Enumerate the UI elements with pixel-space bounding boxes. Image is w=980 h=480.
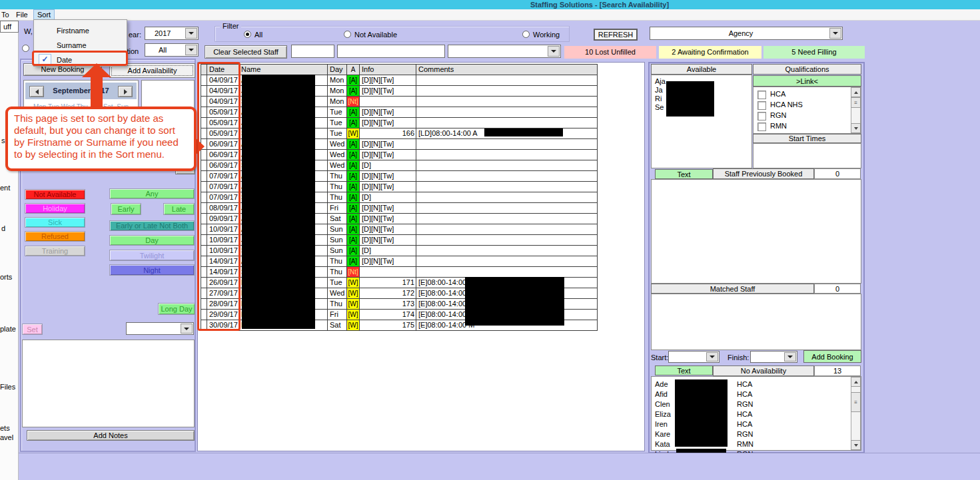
radio-not-available[interactable] (344, 31, 351, 38)
menu-item-file[interactable]: File (13, 9, 31, 21)
chevron-down-icon[interactable] (548, 46, 560, 57)
checkbox-icon[interactable] (757, 101, 766, 110)
cell-info: [D] (360, 160, 416, 171)
col-header-comments[interactable]: Comments (416, 65, 598, 75)
sidebar-fragment-staff: uff (0, 21, 19, 33)
cell-day: Sun (328, 224, 347, 235)
not-available-button[interactable]: Not Available (25, 189, 85, 200)
text-button[interactable]: Text (655, 169, 713, 179)
scrollbar-thumb[interactable]: ≡ (851, 392, 861, 412)
text-button-2[interactable]: Text (655, 365, 713, 375)
cell-day: Wed (328, 150, 347, 160)
scroll-down-icon[interactable] (851, 123, 861, 133)
checkbox-icon[interactable] (757, 122, 766, 131)
template-dropdown[interactable] (126, 322, 194, 335)
scrollbar-thumb[interactable]: ≡ (851, 97, 861, 108)
col-header-a[interactable]: A (347, 65, 360, 75)
filter-legend: Filter (220, 22, 241, 30)
any-shift-button[interactable]: Any (109, 188, 195, 199)
application-window: uff s ent d orts plate Files ets avel St… (0, 0, 980, 480)
staff-name: Kare (655, 429, 670, 439)
holiday-button[interactable]: Holiday (25, 203, 85, 214)
cutoff-label: W, (24, 27, 33, 35)
chevron-down-icon[interactable] (784, 352, 796, 361)
qualification-label: RMN (770, 122, 787, 130)
clear-selected-staff-button[interactable]: Clear Selected Staff (205, 45, 287, 59)
qualification-option[interactable]: RGN (753, 110, 861, 120)
qualifications-list[interactable]: HCA HCA NHS RGN RMN (753, 87, 861, 134)
link-button[interactable]: >Link< (753, 75, 861, 87)
cell-comments (416, 224, 598, 235)
cell-comments (416, 171, 598, 182)
twilight-button[interactable]: Twilight (109, 250, 195, 261)
chevron-down-icon[interactable] (185, 28, 197, 39)
info-text: [D][N][Tw] (362, 224, 394, 234)
cell-day: Wed (328, 139, 347, 150)
finish-time-dropdown[interactable] (750, 351, 797, 363)
no-availability-scrollbar[interactable] (851, 377, 861, 450)
checkbox-icon[interactable] (757, 91, 766, 99)
add-notes-button[interactable]: Add Notes (27, 430, 195, 441)
qualification-option[interactable]: HCA (753, 89, 861, 99)
chevron-down-icon[interactable] (829, 28, 841, 39)
scroll-down-icon[interactable] (851, 440, 861, 450)
cutoff-radio[interactable] (22, 45, 29, 52)
radio-not-available-label[interactable]: Not Available (354, 31, 397, 39)
radio-working-label[interactable]: Working (533, 31, 560, 39)
info-text: [D][N][Tw] (362, 203, 394, 213)
chevron-down-icon[interactable] (181, 324, 193, 334)
cell-availability: [W] (347, 278, 360, 288)
staff-qualification: HCA (737, 409, 752, 419)
previously-booked-list[interactable] (651, 179, 861, 284)
annotation-arrow-up-head (82, 63, 111, 77)
training-button[interactable]: Training (25, 246, 85, 256)
menu-item-to[interactable]: To (0, 9, 13, 21)
cell-info: 171 (360, 278, 416, 288)
scroll-up-icon[interactable] (851, 87, 861, 97)
radio-working[interactable] (522, 31, 530, 38)
col-header-info[interactable]: Info (360, 65, 416, 75)
scroll-up-icon[interactable] (851, 377, 861, 387)
col-header-day[interactable]: Day (328, 65, 347, 75)
radio-all-label[interactable]: All (254, 31, 262, 39)
cell-day: Thu (328, 267, 347, 278)
cell-comments (416, 160, 598, 171)
cell-availability: [A] (347, 182, 360, 192)
notes-listbox[interactable] (22, 340, 195, 427)
start-time-dropdown[interactable] (668, 351, 720, 363)
search-input-wide[interactable] (337, 45, 445, 58)
search-input-small[interactable] (291, 45, 334, 58)
cell-availability: [A] (347, 86, 360, 97)
sick-button[interactable]: Sick (25, 217, 85, 228)
chevron-down-icon[interactable] (185, 45, 197, 55)
refused-button[interactable]: Refused (25, 231, 85, 242)
day-shift-button[interactable]: Day (109, 235, 195, 246)
col-header-name[interactable]: Name (239, 65, 328, 75)
set-button[interactable]: Set (22, 324, 43, 335)
cell-day: Wed (328, 160, 347, 171)
radio-all[interactable] (244, 31, 251, 38)
long-day-button[interactable]: Long Day (158, 303, 195, 315)
sort-menu-item-firstname[interactable]: Firstname (57, 23, 89, 38)
early-button[interactable]: Early (111, 203, 141, 215)
annotation-date-column-highlight (197, 62, 241, 331)
checkbox-icon[interactable] (757, 112, 766, 120)
late-button[interactable]: Late (163, 203, 195, 215)
add-booking-button[interactable]: Add Booking (803, 350, 861, 363)
early-or-late-button[interactable]: Early or Late Not Both (109, 220, 195, 231)
cell-availability: [W] (347, 320, 360, 331)
qualification-option[interactable]: RMN (753, 120, 861, 131)
year-dropdown[interactable]: 2017 (145, 27, 199, 40)
night-button[interactable]: Night (109, 264, 195, 276)
cell-info: [D][N][Tw] (360, 107, 416, 118)
selection-dropdown[interactable]: All (145, 43, 199, 57)
ward-dropdown[interactable] (448, 45, 561, 58)
agency-dropdown[interactable]: Agency (650, 27, 843, 40)
refresh-button[interactable]: REFRESH (594, 29, 638, 41)
redaction-box (465, 277, 564, 326)
finish-label: Finish: (728, 354, 749, 361)
cell-availability: [A] (347, 171, 360, 182)
matched-staff-list[interactable] (651, 294, 861, 350)
qualification-option[interactable]: HCA NHS (753, 99, 861, 110)
chevron-down-icon[interactable] (706, 352, 718, 361)
